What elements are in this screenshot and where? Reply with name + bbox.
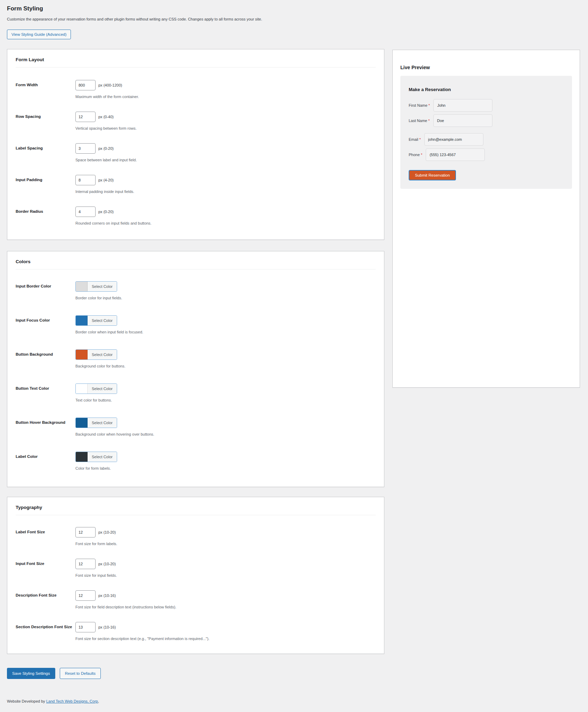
view-styling-guide-button[interactable]: View Styling Guide (Advanced) — [7, 30, 71, 39]
label-spacing-row: Label Spacing px (0-20) Space between la… — [16, 143, 376, 162]
label-color-swatch — [76, 452, 88, 462]
label-spacing-range-hint: px (0-20) — [98, 146, 114, 151]
preview-phone-label: Phone * — [409, 153, 422, 157]
input-border-color-picker-button[interactable]: Select Color — [75, 281, 117, 292]
settings-column: Form Styling Customize the appearance of… — [0, 0, 384, 710]
button-background-label: Button Background — [16, 349, 75, 369]
select-color-label: Select Color — [88, 350, 117, 359]
page-description: Customize the appearance of your reserva… — [7, 17, 384, 22]
button-hover-background-description: Background color when hovering over butt… — [75, 432, 376, 437]
preview-last-name-row: Last Name * — [409, 114, 564, 127]
input-padding-input[interactable] — [75, 175, 96, 185]
button-hover-background-picker-button[interactable]: Select Color — [75, 418, 117, 428]
button-hover-background-row: Button Hover Background Select Color Bac… — [16, 418, 376, 437]
footer-credit: Website Developed by Land Tech Web Desig… — [7, 699, 384, 710]
input-padding-range-hint: px (4-20) — [98, 178, 114, 182]
description-font-size-input[interactable] — [75, 590, 96, 601]
developer-link[interactable]: Land Tech Web Designs, Corp — [46, 699, 98, 703]
border-radius-range-hint: px (0-20) — [98, 210, 114, 214]
description-font-size-row: Description Font Size px (10-16) Font si… — [16, 590, 376, 609]
button-text-color-row: Button Text Color Select Color Text colo… — [16, 383, 376, 403]
label-spacing-description: Space between label and input field. — [75, 158, 376, 162]
label-spacing-label: Label Spacing — [16, 143, 75, 162]
preview-first-name-label: First Name * — [409, 103, 430, 107]
preview-email-label: Email * — [409, 137, 421, 141]
input-border-color-row: Input Border Color Select Color Border c… — [16, 281, 376, 300]
button-background-description: Background color for buttons. — [75, 364, 376, 369]
button-hover-background-swatch — [76, 418, 88, 428]
preview-first-name-row: First Name * — [409, 99, 564, 112]
input-font-size-input[interactable] — [75, 559, 96, 569]
email-input[interactable] — [424, 133, 483, 146]
preview-phone-label-text: Phone — [409, 153, 420, 157]
actions-bar: Save Styling Settings Reset to Defaults — [7, 668, 384, 679]
input-focus-color-swatch — [76, 316, 88, 325]
row-spacing-description: Vertical spacing between form rows. — [75, 126, 376, 131]
last-name-input[interactable] — [433, 114, 492, 127]
row-spacing-input[interactable] — [75, 112, 96, 122]
live-preview-title: Live Preview — [400, 65, 572, 70]
preview-first-name-label-text: First Name — [409, 103, 427, 107]
border-radius-description: Rounded corners on input fields and butt… — [75, 221, 376, 226]
input-padding-description: Internal padding inside input fields. — [75, 189, 376, 194]
preview-email-label-text: Email — [409, 137, 418, 141]
input-padding-row: Input Padding px (4-20) Internal padding… — [16, 175, 376, 194]
button-text-color-description: Text color for buttons. — [75, 398, 376, 403]
input-focus-color-description: Border color when input field is focused… — [75, 330, 376, 334]
select-color-label: Select Color — [88, 282, 117, 291]
input-border-color-swatch — [76, 282, 88, 291]
label-color-description: Color for form labels. — [75, 466, 376, 471]
required-marker: * — [419, 137, 421, 141]
colors-section-title: Colors — [16, 251, 376, 269]
reset-to-defaults-button[interactable]: Reset to Defaults — [60, 668, 101, 679]
required-marker: * — [421, 153, 422, 157]
page-title: Form Styling — [7, 5, 384, 13]
button-background-picker-button[interactable]: Select Color — [75, 349, 117, 360]
border-radius-input[interactable] — [75, 207, 96, 217]
form-width-range-hint: px (400-1200) — [98, 83, 122, 87]
select-color-label: Select Color — [88, 316, 117, 325]
form-layout-section-title: Form Layout — [16, 49, 376, 67]
submit-reservation-button[interactable]: Submit Reservation — [409, 170, 456, 180]
preview-last-name-label-text: Last Name — [409, 119, 427, 123]
description-font-size-label: Description Font Size — [16, 590, 75, 609]
input-border-color-label: Input Border Color — [16, 281, 75, 300]
input-focus-color-row: Input Focus Color Select Color Border co… — [16, 315, 376, 334]
typography-section: Typography Label Font Size px (10-20) Fo… — [7, 497, 384, 654]
select-color-label: Select Color — [88, 384, 117, 394]
footer-credit-suffix: , — [98, 699, 99, 703]
colors-section: Colors Input Border Color Select Color B… — [7, 251, 384, 487]
label-color-picker-button[interactable]: Select Color — [75, 452, 117, 462]
label-font-size-range-hint: px (10-20) — [98, 530, 116, 534]
border-radius-row: Border Radius px (0-20) Rounded corners … — [16, 207, 376, 226]
form-width-input[interactable] — [75, 80, 96, 90]
section-description-font-size-label: Section Description Font Size — [16, 622, 75, 641]
preview-form: Make a Reservation First Name * Last Nam… — [400, 76, 572, 189]
label-font-size-label: Label Font Size — [16, 527, 75, 546]
input-border-color-description: Border color for input fields. — [75, 296, 376, 300]
input-padding-label: Input Padding — [16, 175, 75, 194]
save-styling-settings-button[interactable]: Save Styling Settings — [7, 668, 55, 679]
description-font-size-description: Font size for field description text (in… — [75, 605, 376, 609]
border-radius-label: Border Radius — [16, 207, 75, 226]
description-font-size-range-hint: px (10-16) — [98, 593, 116, 598]
live-preview-panel: Live Preview Make a Reservation First Na… — [392, 50, 580, 388]
section-description-font-size-row: Section Description Font Size px (10-16)… — [16, 622, 376, 641]
input-focus-color-label: Input Focus Color — [16, 315, 75, 334]
section-description-font-size-range-hint: px (10-16) — [98, 625, 116, 629]
input-font-size-label: Input Font Size — [16, 559, 75, 578]
label-font-size-description: Font size for form labels. — [75, 542, 376, 546]
phone-input[interactable] — [426, 148, 485, 161]
section-description-font-size-input[interactable] — [75, 622, 96, 632]
required-marker: * — [428, 103, 430, 107]
form-width-label: Form Width — [16, 80, 75, 99]
label-font-size-input[interactable] — [75, 527, 96, 537]
first-name-input[interactable] — [433, 99, 492, 112]
required-marker: * — [428, 119, 430, 123]
input-focus-color-picker-button[interactable]: Select Color — [75, 315, 117, 326]
select-color-label: Select Color — [88, 452, 117, 462]
button-text-color-picker-button[interactable]: Select Color — [75, 383, 117, 394]
typography-section-title: Typography — [16, 497, 376, 515]
footer-credit-text: Website Developed by — [7, 699, 46, 703]
label-spacing-input[interactable] — [75, 143, 96, 154]
